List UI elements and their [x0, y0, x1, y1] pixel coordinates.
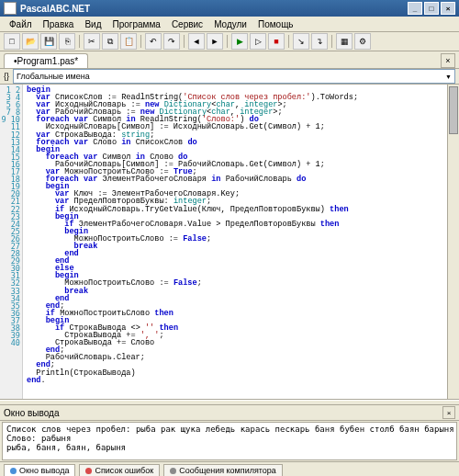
bottom-tab-label: Сообщения компилятора: [179, 466, 276, 475]
toolbar-nav-fwd-button[interactable]: ►: [207, 33, 223, 50]
toolbar-run-sel-button[interactable]: ▷: [250, 33, 266, 50]
menu-bar: Файл Правка Вид Программа Сервис Модули …: [0, 17, 459, 32]
minimize-button[interactable]: _: [408, 2, 422, 15]
menu-file[interactable]: Файл: [4, 18, 38, 30]
editor: 1 2 3 4 5 6 7 8 9 10 11 12 13 14 15 16 1…: [0, 85, 459, 400]
tab-close-button[interactable]: ×: [441, 53, 455, 68]
toolbar-stop-button[interactable]: ■: [268, 33, 285, 50]
toolbar: □📂💾⎘✂⧉📋↶↷◄►▶▷■↘↴▦⚙: [0, 32, 459, 51]
output-icon: [10, 468, 17, 474]
tab-program1[interactable]: •Program1.pas*: [4, 53, 88, 68]
menu-edit[interactable]: Правка: [38, 18, 80, 30]
errors-icon: [85, 468, 92, 474]
toolbar-save-button[interactable]: 💾: [40, 33, 57, 50]
toolbar-cut-button[interactable]: ✂: [84, 33, 100, 50]
menu-view[interactable]: Вид: [79, 18, 106, 30]
bottom-tab-label: Список ошибок: [95, 466, 153, 475]
menu-program[interactable]: Программа: [106, 18, 165, 30]
bottom-tab-label: Окно вывода: [19, 466, 69, 475]
toolbar-redo-button[interactable]: ↷: [163, 33, 180, 50]
output-title-label: Окно вывода: [4, 408, 59, 418]
toolbar-nav-back-button[interactable]: ◄: [188, 33, 205, 50]
title-bar: PascalABC.NET _ □ ×: [0, 0, 459, 17]
scope-label: Глобальные имена: [17, 72, 90, 81]
editor-tab-bar: •Program1.pas* ×: [0, 51, 459, 69]
chevron-down-icon: ▼: [445, 74, 452, 80]
toolbar-saveall-button[interactable]: ⎘: [59, 33, 75, 50]
toolbar-new-button[interactable]: □: [4, 33, 20, 50]
compiler-icon: [170, 468, 176, 474]
app-icon: [4, 2, 17, 15]
close-button[interactable]: ×: [441, 2, 455, 15]
bottom-tab-bar: Окно выводаСписок ошибокСообщения компил…: [0, 461, 459, 476]
code-area[interactable]: begin var СписокСлов := ReadlnString('Сп…: [23, 85, 447, 399]
scope-dropdown[interactable]: Глобальные имена ▼: [13, 69, 455, 84]
scrollbar-thumb[interactable]: [449, 86, 458, 134]
bottom-tab-errors[interactable]: Список ошибок: [79, 464, 160, 476]
scope-bar: {} Глобальные имена ▼: [0, 69, 459, 85]
toolbar-step-over-button[interactable]: ↴: [311, 33, 328, 50]
toolbar-paste-button[interactable]: 📋: [120, 33, 137, 50]
menu-help[interactable]: Помощь: [252, 18, 299, 30]
toolbar-step-into-button[interactable]: ↘: [293, 33, 309, 50]
output-panel[interactable]: Список слов через пробел: рыба рак щука …: [2, 422, 457, 460]
bottom-tab-output[interactable]: Окно вывода: [4, 464, 75, 476]
output-close-button[interactable]: ×: [442, 406, 455, 419]
toolbar-settings-button[interactable]: ⚙: [354, 33, 371, 50]
output-panel-title: Окно вывода ×: [0, 405, 459, 421]
toolbar-copy-button[interactable]: ⧉: [102, 33, 118, 50]
window-buttons: _ □ ×: [408, 2, 455, 15]
toolbar-run-button[interactable]: ▶: [231, 33, 248, 50]
scope-icon: {}: [4, 72, 9, 81]
menu-service[interactable]: Сервис: [166, 18, 208, 30]
toolbar-undo-button[interactable]: ↶: [145, 33, 162, 50]
vertical-scrollbar[interactable]: [447, 85, 459, 399]
line-gutter: 1 2 3 4 5 6 7 8 9 10 11 12 13 14 15 16 1…: [0, 85, 23, 399]
bottom-tab-compiler[interactable]: Сообщения компилятора: [163, 464, 283, 476]
maximize-button[interactable]: □: [424, 2, 439, 15]
toolbar-open-button[interactable]: 📂: [22, 33, 39, 50]
toolbar-form-button[interactable]: ▦: [336, 33, 353, 50]
window-title: PascalABC.NET: [20, 4, 90, 14]
menu-modules[interactable]: Модули: [208, 18, 252, 30]
